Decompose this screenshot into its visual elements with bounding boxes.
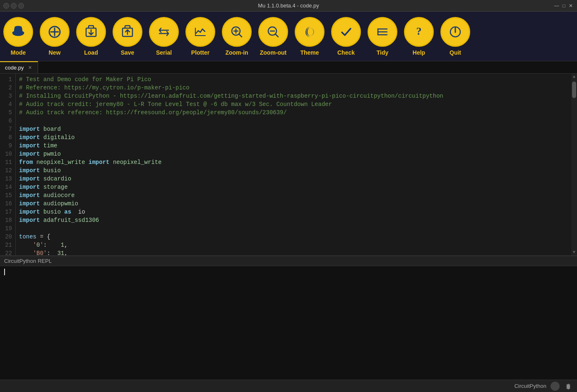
code-line: from neopixel_write import neopixel_writ… (19, 158, 568, 166)
scroll-thumb[interactable] (572, 82, 576, 98)
check-icon-circle (331, 17, 361, 47)
line-number: 18 (2, 216, 12, 224)
load-button[interactable]: Load (73, 12, 109, 61)
new-icon (47, 24, 63, 40)
code-editor[interactable]: # Test and Demo code for Maker Pi Pico# … (16, 74, 571, 255)
window-right-controls: — □ ✕ (553, 3, 574, 9)
line-number: 6 (2, 117, 12, 125)
line-number: 17 (2, 208, 12, 216)
save-button[interactable]: Save (109, 12, 146, 61)
help-icon: ? (411, 24, 427, 40)
code-line: import storage (19, 183, 568, 191)
check-label: Check (337, 49, 355, 56)
title-bar: Mu 1.1.0.beta.4 - code.py — □ ✕ (0, 0, 577, 12)
serial-icon-circle (149, 17, 179, 47)
line-number: 14 (2, 183, 12, 191)
code-line: import audiopwmio (19, 200, 568, 208)
check-button[interactable]: Check (328, 12, 364, 61)
zoom-in-icon (229, 24, 245, 40)
line-number: 12 (2, 166, 12, 175)
status-gear-icon[interactable] (564, 382, 572, 390)
tidy-label: Tidy (377, 49, 389, 56)
mode-button[interactable]: Mode (0, 12, 36, 61)
tab-bar: code.py ✕ (0, 61, 577, 74)
toolbar: Mode New Load (0, 12, 577, 61)
code-line (19, 224, 568, 233)
editor-container: 12345678910111213141516171819202122 # Te… (0, 74, 577, 255)
code-line: import adafruit_ssd1306 (19, 216, 568, 224)
line-number: 8 (2, 133, 12, 142)
tidy-icon-circle (368, 17, 397, 47)
quit-button[interactable]: Quit (437, 12, 474, 61)
zoom-in-icon-circle (222, 17, 252, 47)
quit-label: Quit (450, 49, 461, 56)
save-label: Save (121, 49, 135, 56)
line-number: 15 (2, 191, 12, 200)
code-line: import sdcardio (19, 175, 568, 183)
window-close-btn[interactable] (3, 3, 9, 9)
line-number: 16 (2, 200, 12, 208)
tidy-icon (375, 24, 390, 40)
zoom-out-icon-circle (258, 17, 288, 47)
code-line: # Audio track credit: jeremy80 - L-R Ton… (19, 100, 568, 108)
new-button[interactable]: New (36, 12, 73, 61)
window-title: Mu 1.1.0.beta.4 - code.py (258, 2, 319, 9)
mode-icon-circle (3, 17, 33, 47)
zoom-out-icon (265, 24, 281, 40)
code-line: # Reference: https://my.cytron.io/p-make… (19, 84, 568, 92)
tab-close-icon[interactable]: ✕ (27, 65, 33, 70)
repl-cursor (4, 269, 5, 275)
code-line: import pwmio (19, 150, 568, 158)
line-numbers: 12345678910111213141516171819202122 (0, 74, 16, 255)
code-line: # Audio track reference: https://freesou… (19, 108, 568, 117)
code-line: import digitalio (19, 133, 568, 142)
code-line: import time (19, 142, 568, 150)
status-circle-icon[interactable] (551, 382, 560, 391)
mode-icon (10, 24, 26, 40)
code-line: # Installing CircuitPython - https://lea… (19, 92, 568, 100)
zoom-out-button[interactable]: Zoom-out (255, 12, 291, 61)
new-label: New (49, 49, 61, 56)
line-number: 1 (2, 75, 12, 84)
svg-point-4 (14, 26, 22, 29)
win-close-btn[interactable]: ✕ (568, 3, 574, 9)
line-number: 7 (2, 125, 12, 133)
win-minimize-btn[interactable]: — (553, 3, 560, 9)
serial-icon (156, 24, 172, 40)
code-line: 'B0': 31, (19, 249, 568, 255)
code-line: import board (19, 125, 568, 133)
plotter-label: Plotter (191, 49, 209, 56)
code-line: tones = { (19, 233, 568, 241)
help-icon-circle: ? (404, 17, 434, 47)
mode-label: Mode (11, 49, 26, 56)
help-button[interactable]: ? Help (401, 12, 437, 61)
tidy-button[interactable]: Tidy (364, 12, 401, 61)
code-line: import audiocore (19, 191, 568, 200)
vertical-scrollbar[interactable]: ▲ ▼ (571, 74, 577, 255)
gear-svg (564, 382, 573, 391)
tab-code-py-label: code.py (5, 65, 24, 71)
svg-text:?: ? (416, 25, 422, 37)
repl-body[interactable] (0, 266, 577, 380)
scroll-up-arrow[interactable]: ▲ (572, 74, 576, 80)
quit-icon-circle (440, 17, 470, 47)
status-bar: CircuitPython (0, 380, 577, 392)
theme-button[interactable]: Theme (291, 12, 328, 61)
tab-code-py[interactable]: code.py ✕ (0, 61, 38, 73)
zoom-in-button[interactable]: Zoom-in (219, 12, 255, 61)
win-restore-btn[interactable]: □ (562, 3, 566, 9)
load-label: Load (84, 49, 98, 56)
check-icon (338, 24, 354, 40)
serial-button[interactable]: Serial (146, 12, 182, 61)
plotter-icon (192, 24, 208, 40)
theme-icon-circle (295, 17, 325, 47)
plotter-icon-circle (185, 17, 215, 47)
line-number: 10 (2, 150, 12, 158)
save-icon-circle (113, 17, 142, 47)
scroll-down-arrow[interactable]: ▼ (572, 249, 576, 255)
zoom-out-label: Zoom-out (260, 49, 287, 56)
window-min-btn[interactable] (11, 3, 17, 9)
plotter-button[interactable]: Plotter (182, 12, 219, 61)
help-label: Help (413, 49, 425, 56)
window-max-btn[interactable] (18, 3, 24, 9)
